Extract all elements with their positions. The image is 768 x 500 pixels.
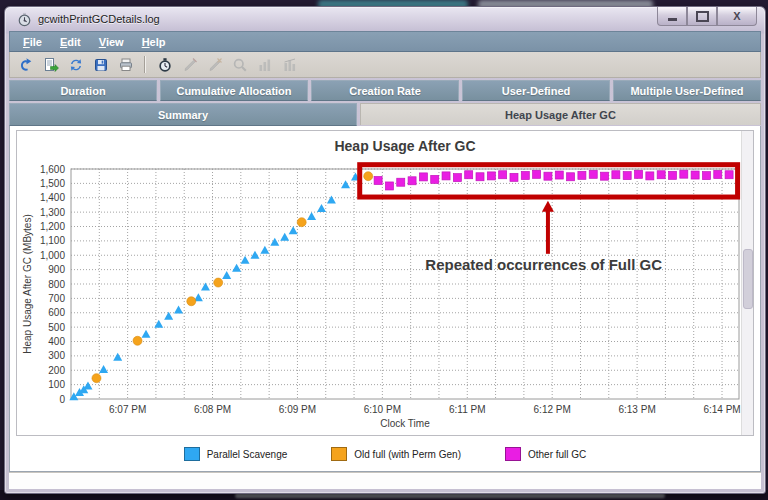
magnifier-icon	[232, 57, 248, 73]
toolbar	[9, 52, 761, 78]
annotation-label: Repeated occurrences of Full GC	[425, 256, 662, 273]
svg-text:400: 400	[48, 336, 65, 347]
print-icon	[118, 57, 134, 73]
report-button[interactable]	[39, 53, 62, 76]
svg-text:900: 900	[48, 264, 65, 275]
svg-text:Heap Usage After GC: Heap Usage After GC	[334, 138, 475, 154]
chart-legend: Parallel ScavengeOld full (with Perm Gen…	[10, 440, 760, 468]
svg-text:1,200: 1,200	[40, 221, 65, 232]
pen-x-icon	[207, 57, 223, 73]
window-title: gcwithPrintGCDetails.log	[38, 13, 160, 25]
tab-heap-usage-after-gc[interactable]: Heap Usage After GC	[360, 103, 761, 125]
svg-text:1,100: 1,100	[40, 235, 65, 246]
svg-text:800: 800	[48, 279, 65, 290]
legend-swatch-old-full-with-perm-gen	[331, 447, 347, 461]
close-icon: X	[733, 11, 740, 22]
legend-item-old-full-with-perm-gen: Old full (with Perm Gen)	[331, 447, 461, 461]
maximize-button[interactable]	[687, 7, 717, 26]
tab-multiple-user-defined[interactable]: Multiple User-Defined	[613, 80, 761, 101]
toolbar-separator	[144, 56, 146, 73]
save-button[interactable]	[89, 53, 112, 76]
svg-text:6:14 PM: 6:14 PM	[703, 404, 740, 415]
minimize-button[interactable]	[657, 7, 687, 26]
svg-text:6:12 PM: 6:12 PM	[534, 404, 571, 415]
svg-text:1,000: 1,000	[40, 250, 65, 261]
tab-content: Heap Usage After GC010020030040050060070…	[9, 126, 761, 472]
undo-icon	[18, 57, 34, 73]
statusbar	[9, 472, 761, 489]
pen-x-button	[203, 53, 226, 76]
tab-creation-rate[interactable]: Creation Rate	[311, 80, 459, 101]
tab-cumulative-allocation[interactable]: Cumulative Allocation	[160, 80, 308, 101]
chart-bars-icon	[257, 57, 273, 73]
svg-text:1,500: 1,500	[40, 178, 65, 189]
app-stopwatch-icon	[17, 12, 32, 27]
svg-text:6:07 PM: 6:07 PM	[109, 404, 146, 415]
print-button[interactable]	[114, 53, 137, 76]
tab-row-2: SummaryHeap Usage After GC	[9, 103, 761, 126]
legend-swatch-other-full-gc	[505, 447, 521, 461]
chart-vertical-scrollbar[interactable]	[741, 131, 753, 435]
scrollbar-thumb[interactable]	[743, 249, 753, 309]
tab-summary[interactable]: Summary	[9, 103, 357, 126]
svg-text:6:08 PM: 6:08 PM	[194, 404, 231, 415]
menu-item-help[interactable]: Help	[133, 34, 175, 50]
legend-item-other-full-gc: Other full GC	[505, 447, 586, 461]
report-icon	[43, 57, 59, 73]
svg-text:Clock Time: Clock Time	[380, 418, 430, 429]
legend-label: Old full (with Perm Gen)	[354, 449, 461, 460]
svg-text:Heap Usage After GC (MBytes): Heap Usage After GC (MBytes)	[22, 214, 33, 354]
svg-text:300: 300	[48, 350, 65, 361]
chart-bars-button	[253, 53, 276, 76]
window-controls: X	[657, 7, 757, 26]
svg-text:100: 100	[48, 379, 65, 390]
menu-item-edit[interactable]: Edit	[51, 34, 90, 50]
chart-bars2-button	[278, 53, 301, 76]
svg-text:200: 200	[48, 365, 65, 376]
save-icon	[93, 57, 109, 73]
svg-text:1,300: 1,300	[40, 207, 65, 218]
refresh-icon	[68, 57, 84, 73]
svg-text:1,400: 1,400	[40, 192, 65, 203]
tab-strip: DurationCumulative AllocationCreation Ra…	[9, 80, 761, 126]
maximize-icon	[696, 11, 709, 22]
legend-item-parallel-scavenge: Parallel Scavenge	[184, 447, 288, 461]
application-window: gcwithPrintGCDetails.log X FileEditViewH…	[4, 6, 766, 494]
svg-text:6:13 PM: 6:13 PM	[618, 404, 655, 415]
legend-label: Other full GC	[528, 449, 586, 460]
svg-text:0: 0	[59, 394, 65, 405]
svg-text:500: 500	[48, 322, 65, 333]
watch-button[interactable]	[153, 53, 176, 76]
tab-user-defined[interactable]: User-Defined	[462, 80, 610, 101]
tab-row-1: DurationCumulative AllocationCreation Ra…	[9, 80, 761, 101]
svg-text:600: 600	[48, 307, 65, 318]
chart-panel: Heap Usage After GC010020030040050060070…	[16, 130, 754, 436]
legend-label: Parallel Scavenge	[207, 449, 288, 460]
menu-item-file[interactable]: File	[14, 34, 51, 50]
pen-add-icon	[182, 57, 198, 73]
undo-button[interactable]	[14, 53, 37, 76]
svg-text:6:10 PM: 6:10 PM	[364, 404, 401, 415]
svg-text:6:09 PM: 6:09 PM	[279, 404, 316, 415]
heap-usage-chart[interactable]: Heap Usage After GC010020030040050060070…	[17, 131, 751, 433]
svg-text:1,600: 1,600	[40, 164, 65, 175]
svg-text:6:11 PM: 6:11 PM	[449, 404, 486, 415]
watch-icon	[157, 57, 173, 73]
titlebar[interactable]: gcwithPrintGCDetails.log X	[5, 7, 765, 31]
magnifier-button	[228, 53, 251, 76]
close-button[interactable]: X	[717, 7, 757, 26]
legend-swatch-parallel-scavenge	[184, 447, 200, 461]
chart-bars2-icon	[282, 57, 298, 73]
pen-add-button	[178, 53, 201, 76]
refresh-button[interactable]	[64, 53, 87, 76]
tab-duration[interactable]: Duration	[9, 80, 157, 101]
menubar: FileEditViewHelp	[9, 31, 761, 52]
menu-item-view[interactable]: View	[90, 34, 133, 50]
svg-text:700: 700	[48, 293, 65, 304]
minimize-icon	[668, 18, 677, 21]
